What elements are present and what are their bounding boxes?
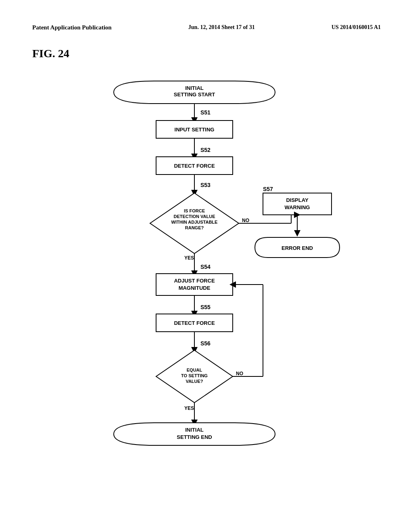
flowchart-svg: INITIAL SETTING START S51 INPUT SETTING …	[65, 72, 348, 507]
end-label-1: INITIAL	[185, 427, 204, 433]
flowchart-container: INITIAL SETTING START S51 INPUT SETTING …	[32, 72, 381, 507]
s51-label: S51	[200, 109, 211, 116]
input-setting-label: INPUT SETTING	[175, 127, 215, 133]
adjust-force-l1: ADJUST FORCE	[174, 278, 215, 284]
no56-label: NO	[236, 371, 243, 376]
s57-label: S57	[263, 186, 273, 192]
display-warning-l1: DISPLAY	[286, 197, 308, 203]
s52-label: S52	[200, 147, 211, 153]
error-end-label: ERROR END	[282, 245, 313, 251]
diamond56-l2: TO SETTING	[181, 373, 208, 378]
start-label-1: INITIAL	[185, 85, 204, 91]
end-label-2: SETTING END	[177, 434, 212, 440]
display-warning-l2: WARNING	[285, 204, 310, 210]
header-right: US 2014/0160015 A1	[332, 24, 381, 31]
detect-force-2-label: DETECT FORCE	[174, 320, 215, 326]
header-center: Jun. 12, 2014 Sheet 17 of 31	[188, 24, 255, 31]
diamond53-l1: IS FORCE	[184, 208, 205, 213]
diamond53-l3: WITHIN ADJUSTABLE	[171, 220, 218, 224]
page: Patent Application Publication Jun. 12, …	[0, 0, 413, 532]
start-label-2: SETTING START	[174, 91, 215, 98]
yes56-label: YES	[184, 405, 194, 411]
svg-rect-19	[263, 193, 332, 215]
detect-force-1-label: DETECT FORCE	[174, 163, 215, 169]
s55-label: S55	[200, 304, 211, 310]
no53-label: NO	[242, 218, 249, 223]
s53-label: S53	[200, 182, 211, 188]
diamond53-l2: DETECTION VALUE	[173, 214, 215, 219]
fig-title: FIG. 24	[32, 47, 381, 60]
header-left: Patent Application Publication	[32, 24, 112, 31]
yes53-label: YES	[184, 255, 194, 261]
diamond56-l1: EQUAL	[187, 368, 202, 372]
diamond56-l3: VALUE?	[186, 379, 203, 384]
s56-label: S56	[200, 340, 211, 347]
svg-rect-12	[156, 274, 233, 295]
header: Patent Application Publication Jun. 12, …	[32, 24, 381, 31]
s54-label: S54	[200, 264, 211, 270]
adjust-force-l2: MAGNITUDE	[179, 285, 211, 291]
diamond53-l4: RANGE?	[185, 225, 204, 230]
